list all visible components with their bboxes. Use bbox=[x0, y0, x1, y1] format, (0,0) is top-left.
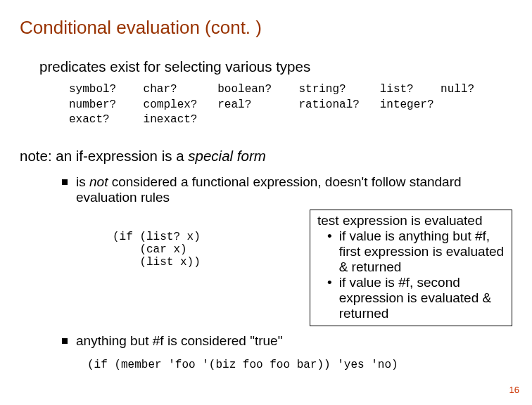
box-item-2-text: if value is #f, second expression is eva… bbox=[339, 275, 505, 321]
box-item-2: • if value is #f, second expression is e… bbox=[327, 275, 505, 321]
code-if-example: (if (list? x) (car x) (list x)) bbox=[113, 210, 310, 269]
note-line: note: an if-expression is a special form bbox=[20, 148, 512, 165]
note-prefix: note: an if-expression is a bbox=[20, 148, 188, 164]
note-italic: special form bbox=[188, 148, 266, 164]
box-item-1: • if value is anything but #f, first exp… bbox=[327, 229, 505, 275]
bullet-2: anything but #f is considered "true" bbox=[62, 333, 512, 349]
square-bullet-icon bbox=[62, 338, 68, 344]
square-bullet-icon bbox=[62, 179, 68, 185]
box-head: test expression is evaluated bbox=[317, 213, 505, 229]
box-item-1-text: if value is anything but #f, first expre… bbox=[339, 229, 505, 275]
bullet-1: is not considered a functional expressio… bbox=[62, 174, 512, 205]
predicates-list: symbol? char? boolean? string? list? nul… bbox=[69, 82, 512, 128]
code-member-example: (if (member 'foo '(biz foo foo bar)) 'ye… bbox=[87, 359, 512, 371]
bullet1-not: not bbox=[89, 174, 108, 189]
bullet1-a: is bbox=[76, 174, 89, 189]
bullet-1-text: is not considered a functional expressio… bbox=[76, 174, 512, 205]
bullets-block: is not considered a functional expressio… bbox=[62, 174, 512, 349]
bullet-disc-icon: • bbox=[327, 275, 332, 291]
bullet1-b: considered a functional expression, does… bbox=[76, 174, 462, 205]
bullet-2-text: anything but #f is considered "true" bbox=[76, 333, 512, 349]
if-example-row: (if (list? x) (car x) (list x)) test exp… bbox=[113, 210, 512, 326]
slide-title: Conditional evaluation (cont. ) bbox=[20, 17, 512, 39]
predicates-intro: predicates exist for selecting various t… bbox=[39, 58, 512, 75]
bullet-disc-icon: • bbox=[327, 229, 332, 245]
page-number: 16 bbox=[509, 385, 519, 395]
evaluation-box: test expression is evaluated • if value … bbox=[310, 210, 512, 326]
